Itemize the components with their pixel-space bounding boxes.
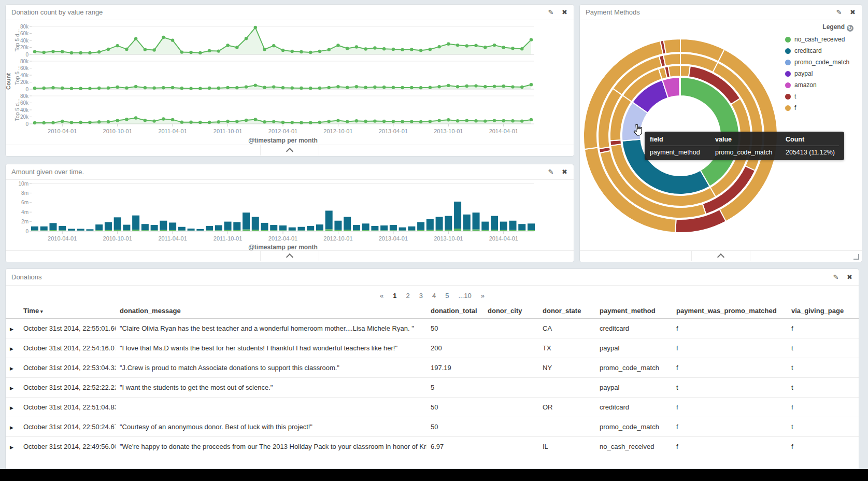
data-point[interactable] bbox=[281, 121, 284, 124]
sunburst-segment-ring4-orange[interactable] bbox=[664, 39, 680, 53]
row-expand-caret[interactable]: ▶ bbox=[10, 366, 13, 371]
data-point[interactable] bbox=[318, 121, 321, 124]
data-point[interactable] bbox=[511, 119, 514, 122]
data-point[interactable] bbox=[70, 51, 73, 54]
row-expand-caret[interactable]: ▶ bbox=[10, 445, 13, 450]
data-point[interactable] bbox=[152, 48, 155, 51]
bar-segment-teal[interactable] bbox=[243, 213, 250, 229]
data-point[interactable] bbox=[502, 119, 505, 122]
data-point[interactable] bbox=[88, 121, 91, 124]
data-point[interactable] bbox=[217, 49, 220, 52]
data-point[interactable] bbox=[382, 47, 386, 50]
data-point[interactable] bbox=[493, 84, 496, 88]
data-point[interactable] bbox=[336, 119, 339, 122]
data-point[interactable] bbox=[456, 85, 459, 88]
data-point[interactable] bbox=[364, 47, 367, 50]
data-point[interactable] bbox=[254, 83, 257, 87]
data-point[interactable] bbox=[208, 87, 211, 90]
data-point[interactable] bbox=[300, 50, 303, 53]
bar-segment-teal[interactable] bbox=[436, 217, 443, 230]
bar-segment-teal[interactable] bbox=[169, 222, 176, 230]
legend-item[interactable]: t bbox=[785, 93, 853, 100]
data-point[interactable] bbox=[51, 121, 54, 124]
data-point[interactable] bbox=[419, 120, 422, 123]
data-point[interactable] bbox=[152, 86, 155, 89]
bar-segment-teal[interactable] bbox=[390, 225, 397, 230]
data-point[interactable] bbox=[373, 86, 376, 89]
data-point[interactable] bbox=[42, 87, 46, 90]
data-point[interactable] bbox=[254, 118, 257, 121]
bar-segment-teal[interactable] bbox=[481, 222, 489, 230]
bar-segment-teal[interactable] bbox=[114, 217, 121, 230]
data-point[interactable] bbox=[107, 48, 110, 51]
data-point[interactable] bbox=[198, 121, 202, 124]
sunburst-segment-ring2-orange[interactable] bbox=[668, 65, 680, 77]
page-button-1[interactable]: 1 bbox=[393, 292, 396, 300]
data-point[interactable] bbox=[116, 86, 119, 89]
data-point[interactable] bbox=[263, 120, 266, 123]
data-point[interactable] bbox=[474, 44, 477, 47]
data-point[interactable] bbox=[107, 120, 110, 123]
data-point[interactable] bbox=[355, 119, 358, 122]
legend-item[interactable]: creditcard bbox=[785, 47, 853, 54]
data-point[interactable] bbox=[217, 87, 220, 90]
data-point[interactable] bbox=[152, 119, 155, 122]
data-point[interactable] bbox=[79, 121, 82, 124]
data-point[interactable] bbox=[483, 85, 487, 88]
bar-segment-teal[interactable] bbox=[123, 225, 130, 231]
data-point[interactable] bbox=[171, 86, 174, 89]
data-point[interactable] bbox=[97, 50, 101, 53]
data-point[interactable] bbox=[447, 84, 450, 87]
data-point[interactable] bbox=[410, 48, 413, 51]
bar-segment-teal[interactable] bbox=[279, 225, 287, 230]
page-button-3[interactable]: 3 bbox=[419, 292, 423, 300]
data-point[interactable] bbox=[33, 121, 36, 124]
bar-segment-teal[interactable] bbox=[270, 225, 277, 230]
data-point[interactable] bbox=[530, 118, 533, 121]
row-expand-caret[interactable]: ▶ bbox=[10, 386, 13, 391]
page-next-button[interactable]: » bbox=[481, 292, 485, 300]
legend-item[interactable]: paypal bbox=[785, 70, 853, 77]
bar-segment-teal[interactable] bbox=[206, 226, 213, 230]
bar-segment-teal[interactable] bbox=[528, 223, 535, 230]
data-point[interactable] bbox=[346, 120, 349, 123]
bar-segment-teal[interactable] bbox=[371, 226, 378, 230]
data-point[interactable] bbox=[171, 118, 174, 121]
data-point[interactable] bbox=[401, 86, 404, 89]
data-point[interactable] bbox=[530, 83, 533, 86]
data-point[interactable] bbox=[245, 119, 248, 122]
data-point[interactable] bbox=[70, 87, 73, 90]
data-point[interactable] bbox=[465, 44, 468, 47]
data-point[interactable] bbox=[456, 44, 459, 47]
data-point[interactable] bbox=[281, 49, 284, 52]
data-point[interactable] bbox=[520, 47, 523, 50]
data-point[interactable] bbox=[364, 86, 367, 89]
legend-toggle-icon[interactable]: ↻ bbox=[847, 25, 853, 32]
data-point[interactable] bbox=[364, 120, 367, 123]
data-point[interactable] bbox=[318, 50, 321, 53]
bar-segment-green[interactable] bbox=[243, 230, 250, 231]
data-point[interactable] bbox=[291, 50, 294, 53]
bar-segment-teal[interactable] bbox=[445, 216, 452, 230]
data-point[interactable] bbox=[33, 50, 36, 53]
data-point[interactable] bbox=[520, 119, 523, 122]
data-point[interactable] bbox=[97, 120, 101, 123]
data-point[interactable] bbox=[502, 84, 505, 88]
data-point[interactable] bbox=[245, 37, 248, 40]
data-point[interactable] bbox=[144, 119, 147, 122]
data-point[interactable] bbox=[79, 87, 82, 90]
data-point[interactable] bbox=[61, 50, 64, 53]
data-point[interactable] bbox=[162, 36, 165, 39]
data-point[interactable] bbox=[107, 86, 110, 89]
bar-segment-teal[interactable] bbox=[196, 229, 204, 231]
data-point[interactable] bbox=[291, 121, 294, 124]
sunburst-segment-ring3-orange[interactable] bbox=[663, 53, 680, 66]
data-point[interactable] bbox=[382, 120, 386, 123]
data-point[interactable] bbox=[134, 85, 137, 88]
line-chart[interactable]: 80k60k40k20k0Top 5 d...80k60k40k20k0Top … bbox=[6, 20, 574, 148]
data-point[interactable] bbox=[189, 51, 192, 54]
bar-segment-teal[interactable] bbox=[95, 224, 103, 230]
bar-segment-teal[interactable] bbox=[49, 223, 56, 230]
bar-segment-teal[interactable] bbox=[215, 225, 222, 231]
data-point[interactable] bbox=[134, 116, 137, 119]
